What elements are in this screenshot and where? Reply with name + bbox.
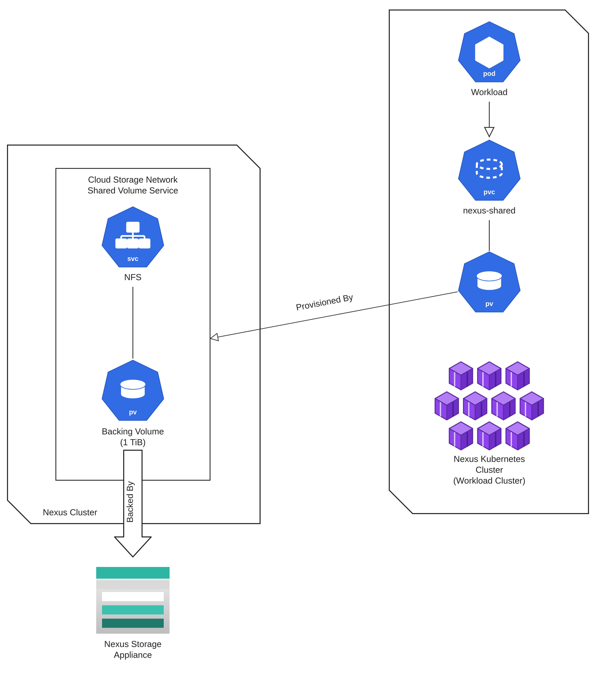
left-pv-tag: pv: [129, 408, 137, 416]
right-pv-badge: pv: [459, 252, 520, 312]
pvc-label: nexus-shared: [463, 206, 515, 215]
left-pv-badge: pv: [102, 360, 164, 421]
svc-tag: svc: [127, 255, 138, 262]
left-inner-title-1: Cloud Storage Network: [88, 175, 178, 185]
left-cluster-label: Nexus Cluster: [43, 508, 97, 517]
provisioned-by-label: Provisioned By: [295, 292, 354, 312]
svc-label: NFS: [124, 272, 141, 282]
right-cluster-label-1: Nexus Kubernetes: [454, 454, 525, 464]
right-pv-tag: pv: [485, 300, 493, 307]
edge-provisioned-by: Provisioned By: [211, 292, 458, 339]
backed-by-label: Backed By: [125, 481, 135, 523]
edge-backed-by: Backed By: [114, 450, 151, 557]
pvc-tag: pvc: [484, 188, 495, 196]
pod-badge: pod: [459, 22, 520, 82]
storage-label-2: Appliance: [114, 650, 152, 660]
right-cluster-group: pod Workload pvc nexus-shared pv: [389, 10, 589, 514]
storage-appliance-icon: [96, 567, 170, 634]
k8s-node-cluster-icon: [435, 362, 544, 450]
svc-badge: svc: [102, 207, 164, 267]
pod-tag: pod: [483, 70, 495, 77]
pvc-badge: pvc: [459, 140, 520, 200]
left-pv-label-1: Backing Volume: [102, 427, 164, 436]
left-pv-label-2: (1 TiB): [120, 437, 146, 447]
left-inner-title-2: Shared Volume Service: [88, 186, 178, 195]
storage-label-1: Nexus Storage: [104, 639, 161, 649]
pod-label: Workload: [471, 87, 508, 97]
right-cluster-label-3: (Workload Cluster): [453, 476, 525, 486]
right-cluster-label-2: Cluster: [476, 465, 503, 475]
